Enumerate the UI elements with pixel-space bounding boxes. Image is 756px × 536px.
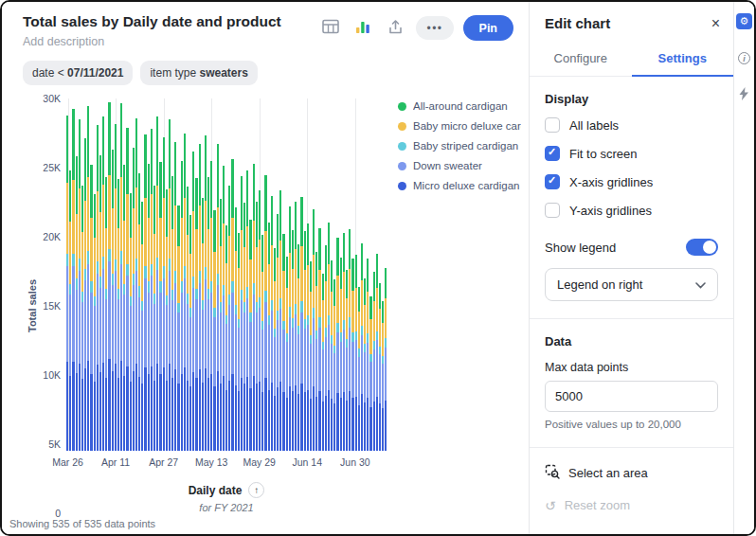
stacked-bar[interactable] <box>343 98 345 451</box>
stacked-bar[interactable] <box>105 98 107 451</box>
stacked-bar[interactable] <box>169 98 171 451</box>
tab-configure[interactable]: Configure <box>530 43 632 76</box>
legend-item[interactable]: Baby micro deluxe cardigan <box>398 120 521 132</box>
stacked-bar[interactable] <box>153 98 155 451</box>
stacked-bar[interactable] <box>108 98 110 451</box>
stacked-bar[interactable] <box>367 98 369 451</box>
arrow-up-sort-icon[interactable]: ↑ <box>248 482 264 498</box>
stacked-bar[interactable] <box>231 98 233 451</box>
stacked-bar[interactable] <box>126 98 128 451</box>
stacked-bar[interactable] <box>177 98 179 451</box>
stacked-bar[interactable] <box>385 98 387 451</box>
stacked-bar[interactable] <box>138 98 140 451</box>
stacked-bar[interactable] <box>249 98 251 451</box>
stacked-bar[interactable] <box>361 98 363 451</box>
legend-item[interactable]: Micro deluxe cardigan <box>398 180 521 191</box>
stacked-bar[interactable] <box>307 98 309 451</box>
stacked-bar[interactable] <box>238 98 240 451</box>
share-button[interactable] <box>384 17 406 40</box>
table-view-button[interactable] <box>319 17 342 40</box>
filter-item-type-pill[interactable]: item type sweaters <box>140 61 257 85</box>
stacked-bar[interactable] <box>133 98 135 451</box>
stacked-bar[interactable] <box>225 98 227 451</box>
max-data-points-input[interactable] <box>545 381 718 412</box>
stacked-bar[interactable] <box>72 98 74 451</box>
x-axis-title[interactable]: Daily date <box>189 484 243 497</box>
stacked-bar[interactable] <box>349 98 351 451</box>
stacked-bar[interactable] <box>315 98 317 451</box>
stacked-bar[interactable] <box>300 98 302 451</box>
stacked-bar[interactable] <box>171 98 173 451</box>
stacked-bar[interactable] <box>213 98 215 451</box>
stacked-bar[interactable] <box>99 98 101 451</box>
stacked-bar[interactable] <box>277 98 279 451</box>
stacked-bar[interactable] <box>166 98 168 451</box>
stacked-bar[interactable] <box>151 98 153 451</box>
stacked-bar[interactable] <box>97 98 99 451</box>
stacked-bar[interactable] <box>268 98 270 451</box>
stacked-bar[interactable] <box>210 98 212 451</box>
stacked-bar[interactable] <box>135 98 137 451</box>
stacked-bar[interactable] <box>76 98 78 451</box>
stacked-bar[interactable] <box>81 98 83 451</box>
stacked-bar[interactable] <box>217 98 219 451</box>
stacked-bar[interactable] <box>181 98 183 451</box>
stacked-bar[interactable] <box>351 98 353 451</box>
stacked-bar[interactable] <box>369 98 371 451</box>
stacked-bar[interactable] <box>336 98 338 451</box>
stacked-bar[interactable] <box>207 98 209 451</box>
reset-zoom-action[interactable]: ↺ Reset zoom <box>545 498 718 512</box>
stacked-bar[interactable] <box>199 98 201 451</box>
plot-area[interactable] <box>66 98 387 451</box>
stacked-bar[interactable] <box>141 98 143 451</box>
checkbox-all-labels[interactable]: All labels <box>545 111 718 139</box>
stacked-bar[interactable] <box>120 98 122 451</box>
stacked-bar[interactable] <box>112 98 114 451</box>
stacked-bar[interactable] <box>340 98 342 451</box>
stacked-bar[interactable] <box>220 98 222 451</box>
stacked-bar[interactable] <box>253 98 255 451</box>
stacked-bar[interactable] <box>144 98 146 451</box>
stacked-bar[interactable] <box>205 98 207 451</box>
stacked-bar[interactable] <box>115 98 117 451</box>
stacked-bar[interactable] <box>328 98 330 451</box>
actions-rail-button[interactable] <box>739 87 749 103</box>
stacked-bar[interactable] <box>156 98 158 451</box>
pin-button[interactable]: Pin <box>463 15 513 41</box>
settings-rail-button[interactable]: ⚙ <box>736 13 752 29</box>
stacked-bar[interactable] <box>243 98 245 451</box>
stacked-bar[interactable] <box>282 98 284 451</box>
stacked-bar[interactable] <box>228 98 230 451</box>
stacked-bar[interactable] <box>358 98 360 451</box>
stacked-bar[interactable] <box>195 98 197 451</box>
stacked-bar[interactable] <box>69 98 71 451</box>
stacked-bar[interactable] <box>189 98 191 451</box>
stacked-bar[interactable] <box>90 98 92 451</box>
stacked-bar[interactable] <box>322 98 324 451</box>
stacked-bar[interactable] <box>102 98 104 451</box>
stacked-bar[interactable] <box>318 98 320 451</box>
select-area-action[interactable]: Select an area <box>545 464 718 482</box>
add-description-link[interactable]: Add description <box>23 35 281 48</box>
stacked-bar[interactable] <box>379 98 381 451</box>
tab-settings[interactable]: Settings <box>632 43 734 76</box>
stacked-bar[interactable] <box>304 98 306 451</box>
stacked-bar[interactable] <box>333 98 335 451</box>
stacked-bar[interactable] <box>295 98 297 451</box>
legend-item[interactable]: Baby striped cardigan <box>398 140 521 152</box>
stacked-bar[interactable] <box>163 98 165 451</box>
stacked-bar[interactable] <box>297 98 299 451</box>
stacked-bar[interactable] <box>373 98 375 451</box>
stacked-bar[interactable] <box>346 98 348 451</box>
checkbox-fit-to-screen[interactable]: Fit to screen <box>545 139 718 168</box>
more-options-button[interactable]: ••• <box>416 16 453 40</box>
stacked-bar[interactable] <box>66 98 68 451</box>
stacked-bar[interactable] <box>279 98 281 451</box>
show-legend-toggle[interactable] <box>686 239 718 256</box>
stacked-bar[interactable] <box>192 98 194 451</box>
stacked-bar[interactable] <box>261 98 263 451</box>
stacked-bar[interactable] <box>292 98 294 451</box>
stacked-bar[interactable] <box>310 98 312 451</box>
info-rail-button[interactable]: i <box>738 52 750 64</box>
stacked-bar[interactable] <box>94 98 96 451</box>
